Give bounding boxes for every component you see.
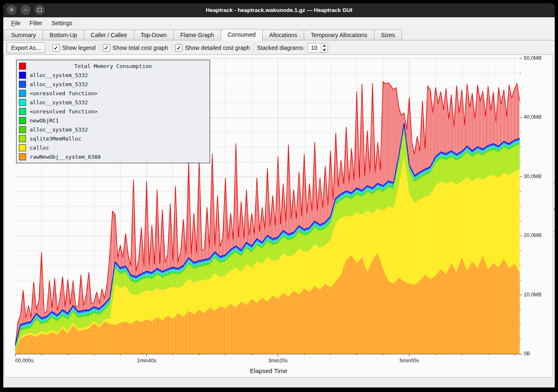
menu-item-filter[interactable]: Filter (26, 19, 46, 27)
y-tick-label: 0B (524, 351, 530, 357)
chevron-down-icon (323, 49, 326, 51)
x-tick-label: 00.000s (15, 358, 48, 364)
legend-swatch (19, 72, 26, 79)
legend-label: sqlite3MemMalloc (30, 136, 81, 142)
stepper-up-button[interactable] (321, 43, 328, 48)
menu-item-settings[interactable]: Settings (48, 19, 76, 27)
checkbox-label: Show total cost graph (113, 45, 168, 51)
y-tick-label: 20,0MB (524, 232, 541, 238)
tab-sizes[interactable]: Sizes (374, 30, 402, 40)
tab-bar: SummaryBottom-UpCaller / CalleeTop-DownF… (3, 28, 555, 40)
tab-temporary-allocations[interactable]: Temporary Allocations (304, 30, 374, 40)
legend-item: <unresolved function> (17, 89, 210, 98)
tab-bottom-up[interactable]: Bottom-Up (43, 30, 84, 40)
tab-allocations[interactable]: Allocations (262, 30, 304, 40)
legend-item: rawNewObj__system_6388 (17, 152, 210, 161)
tab-summary[interactable]: Summary (4, 30, 43, 40)
legend-swatch (19, 81, 26, 88)
toolbar-separator (171, 44, 172, 52)
legend-item: alloc__system_5332 (17, 70, 210, 80)
tab-flame-graph[interactable]: Flame Graph (173, 30, 221, 40)
legend-label: Total Memory Consumption (17, 63, 210, 69)
legend-title-row: Total Memory Consumption (17, 61, 210, 70)
legend-swatch (19, 99, 26, 106)
checkbox-show-total-cost-graph[interactable]: ✓Show total cost graph (103, 44, 168, 52)
legend-item: <unresolved function> (17, 107, 210, 116)
legend-item: newObjRC1 (17, 116, 210, 125)
chevron-up-icon (323, 45, 326, 47)
legend-label: calloc (30, 145, 49, 151)
legend-swatch (19, 144, 26, 151)
legend-item: alloc__system_5332 (17, 80, 210, 89)
y-tick-label: 10,0MB (524, 292, 541, 298)
legend-swatch (19, 108, 26, 115)
legend-label: rawNewObj__system_6388 (30, 154, 101, 160)
legend-item: alloc__system_5332 (17, 125, 210, 134)
export-as-button[interactable]: Export As... (7, 42, 45, 53)
legend-label: newObjRC1 (30, 117, 59, 124)
legend-label: alloc__system_5332 (30, 99, 88, 106)
toolbar: Export As... ✓Show legend✓Show total cos… (3, 40, 555, 55)
title-bar: ✕ – Heaptrack - heaptrack.wakunode.1.gz … (3, 3, 555, 17)
legend-item: calloc (17, 143, 210, 152)
legend-swatch (19, 126, 26, 133)
checkbox-box[interactable]: ✓ (103, 44, 110, 52)
checkbox-show-legend[interactable]: ✓Show legend (52, 44, 96, 52)
legend-swatch (19, 90, 26, 97)
x-tick-label: 1min40s (130, 358, 163, 364)
heaptrack-window: ✕ – Heaptrack - heaptrack.wakunode.1.gz … (3, 3, 555, 387)
checkbox-box[interactable]: ✓ (52, 44, 60, 52)
consumed-chart[interactable]: Total Memory Consumptionalloc__system_53… (4, 54, 553, 378)
legend-label: alloc__system_5332 (30, 72, 88, 78)
chart-legend: Total Memory Consumptionalloc__system_53… (16, 60, 210, 163)
legend-swatch (19, 135, 26, 142)
y-tick-label: 50,0MB (524, 55, 541, 61)
checkbox-show-detailed-cost-graph[interactable]: ✓Show detailed cost graph (175, 44, 250, 52)
checkbox-box[interactable]: ✓ (175, 44, 182, 52)
legend-label: alloc__system_5332 (30, 81, 88, 87)
legend-swatch (19, 153, 26, 160)
x-axis-title: Elapsed Time (5, 367, 533, 374)
tab-top-down[interactable]: Top-Down (134, 30, 174, 40)
stacked-diagrams-stepper[interactable]: 10 (307, 43, 328, 53)
status-bar (3, 378, 555, 387)
y-axis-title: Memory Consumed (553, 176, 555, 242)
y-tick-label: 40,0MB (524, 114, 541, 120)
checkbox-label: Show legend (62, 45, 96, 51)
stepper-down-button[interactable] (321, 48, 328, 52)
toolbar-separator (253, 44, 253, 52)
toolbar-separator (49, 44, 49, 52)
x-tick-label: 3min20s (261, 358, 294, 364)
y-tick-label: 30,0MB (524, 174, 541, 179)
toolbar-separator (99, 44, 99, 52)
tab-caller-callee[interactable]: Caller / Callee (84, 30, 134, 40)
menu-item-file[interactable]: File (7, 19, 24, 27)
menu-bar: FileFilterSettings (3, 17, 555, 28)
x-tick-label: 5min00s (393, 358, 426, 364)
legend-swatch (19, 117, 26, 124)
legend-label: alloc__system_5332 (30, 127, 88, 133)
legend-label: <unresolved function> (30, 90, 97, 96)
checkbox-label: Show detailed cost graph (185, 45, 250, 51)
legend-item: alloc__system_5332 (17, 98, 210, 107)
legend-label: <unresolved function> (30, 108, 97, 115)
legend-item: sqlite3MemMalloc (17, 134, 210, 143)
window-title: Heaptrack - heaptrack.wakunode.1.gz — He… (3, 3, 555, 17)
tab-consumed[interactable]: Consumed (221, 29, 263, 40)
stacked-diagrams-value: 10 (307, 43, 321, 52)
stacked-diagrams-label: Stacked diagrams: (257, 45, 305, 51)
